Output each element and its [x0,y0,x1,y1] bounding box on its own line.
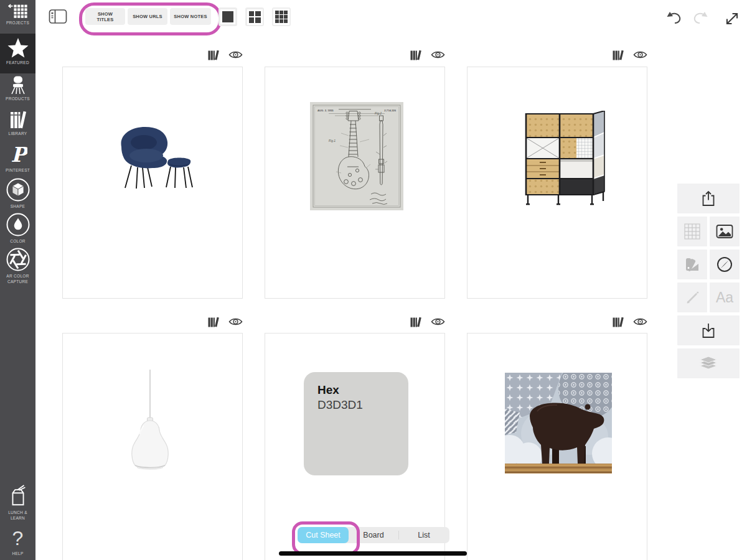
show-titles-button[interactable]: SHOW TITLES [85,8,125,25]
fullscreen-expand-button[interactable] [723,9,741,28]
sidebar-item-pinterest[interactable]: P PINTEREST [0,144,35,176]
download-icon [700,322,717,339]
text-tool-button[interactable]: Aa [710,282,740,312]
grid-tool-button[interactable] [677,217,707,246]
card-action-row [62,315,243,328]
segment-cut-sheet[interactable]: Cut Sheet [298,527,349,543]
sidebar: PROJECTS FEATURED PRODUCTS [0,0,35,560]
swatches-icon [684,256,700,273]
compass-icon [716,256,733,273]
pendant-lamp-image [127,370,173,472]
segment-list[interactable]: List [399,527,449,543]
aperture-icon [6,247,31,272]
segment-label: Cut Sheet [306,531,341,539]
card-bear-photo[interactable] [467,333,647,560]
add-to-library-icon[interactable] [410,50,423,60]
add-to-library-icon[interactable] [208,50,220,60]
card-action-row [265,49,445,61]
sidebar-toggle-button[interactable] [49,8,67,26]
bear-sculpture-image [505,373,612,474]
projects-grid-icon [8,4,28,19]
sidebar-item-label: HELP [2,551,34,557]
sidebar-item-label: LIBRARY [2,131,34,137]
show-urls-button[interactable]: SHOW URLS [128,8,167,25]
drop-icon [6,212,31,237]
visibility-icon[interactable] [633,50,647,60]
text-tool-label: Aa [716,289,733,306]
question-mark-icon: ? [12,527,24,549]
sidebar-item-projects[interactable]: PROJECTS [0,4,35,31]
card-action-row [265,315,445,328]
visibility-icon[interactable] [431,317,445,327]
card-action-row [467,49,647,61]
draw-tool-button[interactable] [677,282,707,312]
add-to-library-icon[interactable] [410,317,423,327]
segment-label: List [418,531,430,539]
lunch-bag-icon [7,485,29,508]
two-up-grid-view-button[interactable] [245,7,264,26]
sidebar-item-ar-color-capture[interactable]: AR COLOR CAPTURE [0,247,35,287]
card-womb-chair[interactable] [62,67,243,299]
card-guitar-patent[interactable]: AUG. 2, 1955 2,714,326 Fig.1 [265,67,445,299]
swatches-tool-button[interactable] [677,250,707,279]
sidebar-item-library[interactable]: LIBRARY [0,111,35,141]
visibility-icon[interactable] [431,50,445,60]
sidebar-item-label: SHAPE [2,204,34,210]
sidebar-item-label: FEATURED [2,60,34,66]
color-swatch: Hex D3D3D1 [304,372,408,475]
sidebar-item-lunch-and-learn[interactable]: LUNCH & LEARN [0,485,35,525]
image-icon [716,223,733,240]
share-icon [700,190,717,207]
undo-button[interactable] [666,11,682,27]
sidebar-item-label: AR COLOR CAPTURE [2,274,34,285]
star-icon [7,37,29,58]
pencil-icon [684,289,700,306]
visibility-icon[interactable] [633,317,647,327]
download-button[interactable] [677,315,740,345]
sidebar-item-color[interactable]: COLOR [0,212,35,246]
single-view-button[interactable] [218,7,237,26]
swatch-hex-value: D3D3D1 [317,398,363,412]
browser-tool-button[interactable] [710,250,740,279]
sidebar-item-label: PINTEREST [2,168,34,174]
visibility-icon[interactable] [228,50,243,60]
home-indicator[interactable] [279,551,467,556]
segment-board[interactable]: Board [349,527,398,543]
sidebar-item-label: PRODUCTS [2,96,34,102]
womb-chair-image [113,124,201,194]
add-to-library-icon[interactable] [613,50,625,60]
card-pendant-lamp[interactable] [62,333,243,560]
redo-button[interactable] [692,11,708,27]
add-image-button[interactable] [710,217,740,246]
sidebar-item-products[interactable]: PRODUCTS [0,76,35,106]
chair-icon [9,76,27,95]
library-books-icon [9,111,27,129]
card-hex-swatch[interactable]: Hex D3D3D1 [265,333,445,560]
svg-text:Fig.2: Fig.2 [375,111,382,115]
layers-icon [699,356,718,371]
card-action-row [467,315,647,328]
app-window: PROJECTS FEATURED PRODUCTS [0,0,747,560]
sidebar-item-label: PROJECTS [2,21,34,26]
add-to-library-icon[interactable] [613,317,625,327]
card-storage-unit[interactable] [467,67,647,299]
sidebar-item-label: COLOR [2,239,34,245]
swatch-label: Hex [317,383,339,397]
svg-text:Fig.1: Fig.1 [329,139,336,142]
svg-text:2,714,326: 2,714,326 [384,109,396,112]
share-button[interactable] [677,184,740,213]
add-to-library-icon[interactable] [208,317,220,327]
show-notes-button[interactable]: SHOW NOTES [170,8,211,25]
visibility-icon[interactable] [228,317,243,327]
guitar-patent-image: AUG. 2, 1955 2,714,326 Fig.1 [310,102,403,210]
layers-button[interactable] [677,348,740,378]
sidebar-item-shape[interactable]: SHAPE [0,177,35,211]
sidebar-item-label: LUNCH & LEARN [2,510,34,521]
three-up-grid-view-button[interactable] [272,7,291,26]
card-action-row [62,49,243,61]
sidebar-item-featured[interactable]: FEATURED [0,34,35,73]
pinterest-icon: P [9,144,27,166]
svg-text:AUG. 2, 1955: AUG. 2, 1955 [317,109,334,112]
sidebar-item-help[interactable]: ? HELP [0,527,35,559]
segment-label: Board [363,531,383,539]
